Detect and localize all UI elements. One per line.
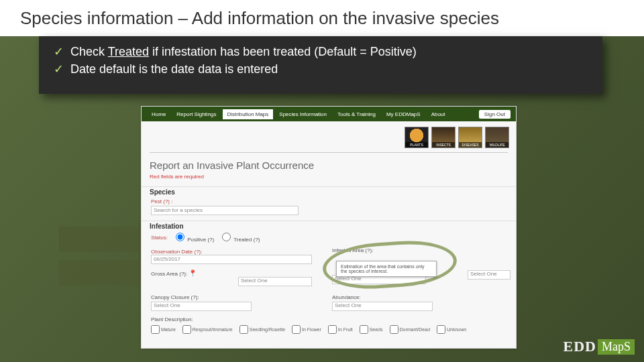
gross-area-select[interactable]: Select One bbox=[238, 277, 312, 286]
abundance-label: Abundance: bbox=[332, 294, 500, 300]
status-treated[interactable]: Treated (?) bbox=[222, 233, 260, 243]
plant-desc-options: Mature Resprout/Immature Seedling/Rosett… bbox=[142, 324, 516, 335]
desc-seeds[interactable]: Seeds bbox=[360, 325, 383, 334]
nav-home[interactable]: Home bbox=[147, 109, 170, 119]
callout-arrow bbox=[59, 227, 140, 252]
nav-species[interactable]: Species Information bbox=[274, 109, 331, 119]
desc-seedling[interactable]: Seedling/Rosette bbox=[239, 325, 285, 334]
status-row: Status: Positive (?) Treated (?) bbox=[151, 233, 319, 243]
plant-desc-label: Plant Description: bbox=[151, 316, 506, 322]
gross-area-label: Gross Area (?): 📍 bbox=[151, 271, 197, 277]
desc-fruit[interactable]: In Fruit bbox=[328, 325, 353, 334]
section-species: Species bbox=[142, 186, 516, 197]
nav-bar: Home Report Sightings Distribution Maps … bbox=[142, 107, 516, 121]
pin-icon[interactable]: 📍 bbox=[189, 269, 197, 277]
slide-title: Species information – Add information on… bbox=[0, 0, 644, 36]
status-positive[interactable]: Positive (?) bbox=[176, 233, 214, 243]
thumb-diseases[interactable]: DISEASES bbox=[458, 127, 482, 148]
thumb-wildlife[interactable]: WILDLIFE bbox=[485, 127, 509, 148]
obs-date-label: Observation Date (?): bbox=[151, 249, 202, 255]
callout-arrow bbox=[59, 260, 140, 286]
thumb-insects[interactable]: INSECTS bbox=[431, 127, 455, 148]
thumb-plants[interactable]: PLANTS bbox=[405, 127, 429, 148]
slide: Species information – Add information on… bbox=[0, 0, 644, 362]
bullet-1: Check Treated if infestation has been tr… bbox=[70, 43, 417, 60]
infested-tooltip: Estimation of the area that contains onl… bbox=[336, 261, 437, 277]
desc-dormant[interactable]: Dormant/Dead bbox=[390, 325, 431, 334]
nav-tools[interactable]: Tools & Training bbox=[333, 109, 380, 119]
bullet-2: Date default is the date data is entered bbox=[70, 60, 278, 78]
nav-about[interactable]: About bbox=[427, 109, 450, 119]
pest-label: Pest (?) : bbox=[151, 198, 506, 204]
desc-mature[interactable]: Mature bbox=[151, 325, 176, 334]
unit-select[interactable]: Select One bbox=[468, 270, 511, 280]
nav-report[interactable]: Report Sightings bbox=[172, 109, 221, 119]
embedded-screenshot: Home Report Sightings Distribution Maps … bbox=[141, 106, 517, 349]
obs-date-input[interactable]: 06/25/2017 bbox=[151, 255, 312, 264]
sign-out-button[interactable]: Sign Out bbox=[479, 110, 511, 119]
form-title: Report an Invasive Plant Occurrence bbox=[142, 154, 516, 174]
desc-resprout[interactable]: Resprout/Immature bbox=[182, 325, 233, 334]
checkmark-icon: ✓ bbox=[54, 43, 64, 60]
canopy-select[interactable]: Select One bbox=[151, 302, 252, 311]
pest-input[interactable]: Search for a species bbox=[151, 206, 299, 215]
desc-flower[interactable]: In Flower bbox=[292, 325, 321, 334]
desc-unknown[interactable]: Unknown bbox=[437, 325, 466, 334]
nav-maps[interactable]: Distribution Maps bbox=[223, 109, 274, 119]
eddmaps-logo: EDDMapS bbox=[564, 338, 635, 355]
category-thumbs: PLANTS INSECTS DISEASES WILDLIFE bbox=[142, 121, 516, 151]
checkmark-icon: ✓ bbox=[54, 60, 64, 78]
bullet-box: ✓ Check Treated if infestation has been … bbox=[39, 36, 602, 94]
canopy-label: Canopy Closure (?): bbox=[151, 294, 319, 300]
abundance-select[interactable]: Select One bbox=[332, 302, 433, 311]
required-note: Red fields are required bbox=[142, 174, 516, 182]
nav-my[interactable]: My EDDMapS bbox=[382, 109, 425, 119]
section-infestation: Infestation bbox=[142, 221, 516, 231]
